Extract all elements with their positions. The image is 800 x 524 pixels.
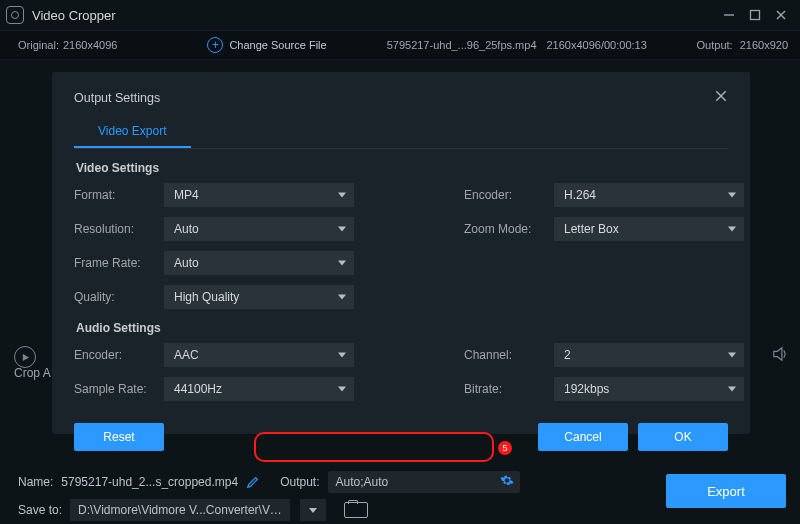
dialog-close-button[interactable] xyxy=(714,89,728,107)
bitrate-label: Bitrate: xyxy=(464,382,554,396)
quality-label: Quality: xyxy=(74,290,164,304)
saveto-label: Save to: xyxy=(18,503,62,517)
bitrate-select[interactable]: 192kbps xyxy=(554,377,744,401)
export-button[interactable]: Export xyxy=(666,474,786,508)
name-value: 5795217-uhd_2...s_cropped.mp4 xyxy=(61,475,238,489)
audio-encoder-select[interactable]: AAC xyxy=(164,343,354,367)
dialog-title: Output Settings xyxy=(74,91,160,105)
saveto-dropdown[interactable] xyxy=(300,499,326,521)
plus-icon: + xyxy=(207,37,223,53)
close-button[interactable] xyxy=(768,5,794,25)
chevron-down-icon xyxy=(728,353,736,358)
audio-encoder-label: Encoder: xyxy=(74,348,164,362)
resolution-select[interactable]: Auto xyxy=(164,217,354,241)
chevron-down-icon xyxy=(338,193,346,198)
output-label: Output: xyxy=(280,475,319,489)
zoom-mode-label: Zoom Mode: xyxy=(464,222,554,236)
chevron-down-icon xyxy=(338,295,346,300)
output-settings-dialog: Output Settings Video Export Video Setti… xyxy=(52,72,750,434)
rename-button[interactable] xyxy=(246,475,260,489)
source-meta: 2160x4096/00:00:13 xyxy=(547,39,647,51)
app-root: Video Cropper Original: 2160x4096 + Chan… xyxy=(0,0,800,524)
saveto-path[interactable]: D:\Vidmore\Vidmore V...Converter\Video C… xyxy=(70,499,290,521)
dialog-tabbar: Video Export xyxy=(74,118,728,149)
app-logo-icon xyxy=(6,6,24,24)
play-icon[interactable] xyxy=(14,346,36,368)
source-filename: 5795217-uhd_...96_25fps.mp4 xyxy=(387,39,537,51)
crop-area-label: Crop A xyxy=(14,366,51,380)
chevron-down-icon xyxy=(728,387,736,392)
resolution-label: Resolution: xyxy=(74,222,164,236)
change-source-button[interactable]: + Change Source File xyxy=(207,37,326,53)
reset-button[interactable]: Reset xyxy=(74,423,164,451)
cancel-button[interactable]: Cancel xyxy=(538,423,628,451)
info-strip: Original: 2160x4096 + Change Source File… xyxy=(0,30,800,60)
zoom-mode-select[interactable]: Letter Box xyxy=(554,217,744,241)
video-encoder-select[interactable]: H.264 xyxy=(554,183,744,207)
original-label: Original: xyxy=(18,39,59,51)
name-label: Name: xyxy=(18,475,53,489)
svg-marker-5 xyxy=(774,348,782,361)
maximize-button[interactable] xyxy=(742,5,768,25)
frame-rate-select[interactable]: Auto xyxy=(164,251,354,275)
format-label: Format: xyxy=(74,188,164,202)
original-value: 2160x4096 xyxy=(63,39,117,51)
output-preset-field[interactable]: Auto;Auto xyxy=(328,471,520,493)
minimize-button[interactable] xyxy=(716,5,742,25)
chevron-down-icon xyxy=(338,227,346,232)
encoder-label: Encoder: xyxy=(464,188,554,202)
output-dimensions: Output: 2160x920 xyxy=(697,39,788,51)
chevron-down-icon xyxy=(309,508,317,513)
quality-select[interactable]: High Quality xyxy=(164,285,354,309)
annotation-badge: 5 xyxy=(498,441,512,455)
sample-rate-select[interactable]: 44100Hz xyxy=(164,377,354,401)
svg-marker-4 xyxy=(22,353,28,360)
chevron-down-icon xyxy=(338,387,346,392)
audio-settings-heading: Audio Settings xyxy=(76,321,728,335)
change-source-label: Change Source File xyxy=(229,39,326,51)
gear-icon[interactable] xyxy=(500,474,514,491)
app-title: Video Cropper xyxy=(32,8,116,23)
channel-select[interactable]: 2 xyxy=(554,343,744,367)
chevron-down-icon xyxy=(338,261,346,266)
svg-rect-1 xyxy=(751,11,760,20)
frame-rate-label: Frame Rate: xyxy=(74,256,164,270)
speaker-icon[interactable] xyxy=(772,346,790,362)
channel-label: Channel: xyxy=(464,348,554,362)
video-settings-heading: Video Settings xyxy=(76,161,728,175)
output-preset-value: Auto;Auto xyxy=(336,475,389,489)
chevron-down-icon xyxy=(728,193,736,198)
chevron-down-icon xyxy=(338,353,346,358)
chevron-down-icon xyxy=(728,227,736,232)
ok-button[interactable]: OK xyxy=(638,423,728,451)
sample-rate-label: Sample Rate: xyxy=(74,382,164,396)
open-folder-button[interactable] xyxy=(344,502,368,518)
format-select[interactable]: MP4 xyxy=(164,183,354,207)
tab-video-export[interactable]: Video Export xyxy=(74,118,191,148)
titlebar: Video Cropper xyxy=(0,0,800,30)
